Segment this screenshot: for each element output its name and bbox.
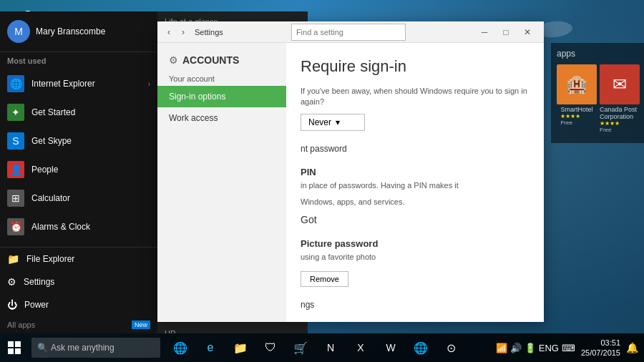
start-bottom: 📁 File Explorer ⚙ Settings ⏻ Power All a… xyxy=(0,247,157,333)
sidebar-item-ie[interactable]: 🌐 Internet Explorer › xyxy=(0,69,157,98)
chevron-down-icon: ▾ xyxy=(336,117,340,127)
settings-content: Require sign-in If you've been away, whe… xyxy=(286,43,544,322)
maximize-button[interactable]: □ xyxy=(495,22,517,42)
taskbar-folder[interactable]: 📁 xyxy=(226,333,255,362)
accounts-icon: ⚙ xyxy=(169,54,178,66)
settings-sidebar: ⚙ ACCOUNTS Your account Sign-in options … xyxy=(157,43,286,322)
taskbar-shield[interactable]: 🛡 xyxy=(256,333,285,362)
date-display: 25/07/2015 xyxy=(581,348,620,358)
file-explorer-label: File Explorer xyxy=(26,254,74,264)
minimize-button[interactable]: ─ xyxy=(474,22,495,42)
back-button[interactable]: ‹ xyxy=(163,26,175,38)
keyboard-icon: ⌨ xyxy=(562,343,575,353)
start-user: M Mary Branscombe xyxy=(0,11,157,52)
pin-heading: PIN xyxy=(301,167,530,177)
taskbar-search[interactable]: 🔍 Ask me anything xyxy=(31,338,160,358)
all-apps-label: All apps xyxy=(7,321,35,329)
taskbar-time: 03:51 25/07/2015 xyxy=(581,338,620,358)
picture-password-section: Picture password using a favorite photo … xyxy=(301,238,530,287)
get-started-label: Get Started xyxy=(31,107,75,117)
sidebar-item-alarms[interactable]: ⏰ Alarms & Clock xyxy=(0,212,157,241)
forward-button[interactable]: › xyxy=(177,26,189,38)
ie-icon: 🌐 xyxy=(7,75,24,92)
file-explorer-icon: 📁 xyxy=(7,253,19,265)
require-signin-dropdown[interactable]: Never ▾ xyxy=(301,114,365,131)
apps-panel-title: apps xyxy=(557,49,638,59)
taskbar-excel[interactable]: X xyxy=(346,333,375,362)
sys-icons: 📶 🔊 🔋 ENG ⌨ xyxy=(496,343,575,353)
volume-icon: 🔊 xyxy=(510,343,522,353)
sidebar-item-get-started[interactable]: ✦ Get Started xyxy=(0,98,157,127)
canada-post-info: Canada Post Corporation ★★★★ Free xyxy=(600,106,640,133)
windows-icon xyxy=(8,341,21,354)
picture-password-heading: Picture password xyxy=(301,238,530,249)
hp-section-label: HP xyxy=(163,329,302,333)
taskbar-onenote[interactable]: N xyxy=(316,333,345,362)
nav-buttons: ‹ › xyxy=(163,26,189,38)
calculator-icon: ⊞ xyxy=(7,190,24,207)
settings-window: ‹ › Settings ─ □ ✕ ⚙ ACCOUNTS xyxy=(157,21,544,322)
start-left-panel: M Mary Branscombe Most used 🌐 Internet E… xyxy=(0,11,157,333)
picture-desc: using a favorite photo xyxy=(301,252,530,263)
apps-panel: apps 🏨 SmartHotel ★★★★ Free ✉ Canada Pos… xyxy=(551,43,644,143)
sidebar-item-skype[interactable]: S Get Skype xyxy=(0,127,157,155)
settings-search[interactable] xyxy=(291,24,406,41)
time-display: 03:51 xyxy=(581,338,620,348)
people-icon: 👤 xyxy=(7,161,24,178)
got-label: Got xyxy=(301,214,317,225)
password-section: nt password xyxy=(301,144,530,154)
require-signin-desc: If you've been away, when should Windows… xyxy=(301,86,530,108)
canada-post-app[interactable]: ✉ Canada Post Corporation ★★★★ Free xyxy=(600,64,640,133)
password-label: nt password xyxy=(301,144,530,154)
search-placeholder: Ask me anything xyxy=(51,343,114,353)
content-title: Require sign-in xyxy=(301,57,530,76)
people-label: People xyxy=(31,165,58,175)
taskbar-edge[interactable]: e xyxy=(196,333,225,362)
desktop: 🗑 Recycle Bin apps 🏨 SmartHotel ★★★★ Fre… xyxy=(0,0,644,362)
settings-label: Settings xyxy=(24,277,54,287)
network-icon: 📶 xyxy=(496,343,507,353)
power-label: Power xyxy=(24,300,49,310)
search-icon: 🔍 xyxy=(37,343,48,353)
username: Mary Branscombe xyxy=(36,26,105,36)
taskbar-ie2[interactable]: 🌐 xyxy=(406,333,435,362)
sidebar-item-work-access[interactable]: Work access xyxy=(157,107,286,129)
skype-label: Get Skype xyxy=(31,136,72,146)
titlebar: ‹ › Settings ─ □ ✕ xyxy=(157,21,544,43)
smarthotel-icon: 🏨 xyxy=(557,64,597,104)
pin-buttons: Got xyxy=(301,214,530,225)
your-account-label: Your account xyxy=(157,72,286,86)
power-icon: ⏻ xyxy=(7,299,17,310)
sidebar-item-people[interactable]: 👤 People xyxy=(0,155,157,184)
sidebar-item-file-explorer[interactable]: 📁 File Explorer xyxy=(0,248,157,270)
all-apps-link[interactable]: All apps New xyxy=(0,316,157,333)
remove-button[interactable]: Remove xyxy=(301,271,348,287)
other-section: ngs xyxy=(301,300,530,310)
taskbar-right: 📶 🔊 🔋 ENG ⌨ 03:51 25/07/2015 🔔 xyxy=(496,338,644,358)
calculator-label: Calculator xyxy=(31,193,70,203)
canada-post-icon: ✉ xyxy=(600,64,640,104)
taskbar-word[interactable]: W xyxy=(376,333,405,362)
taskbar-ie[interactable]: 🌐 xyxy=(166,333,195,362)
pin-section: PIN in place of passwords. Having a PIN … xyxy=(301,167,530,225)
taskbar-icons: 🌐 e 📁 🛡 🛒 N X W 🌐 ⊙ xyxy=(166,333,465,362)
sidebar-item-power[interactable]: ⏻ Power xyxy=(0,293,157,316)
taskbar-store[interactable]: 🛒 xyxy=(286,333,315,362)
skype-icon: S xyxy=(7,132,24,150)
alarms-icon: ⏰ xyxy=(7,218,24,235)
smarthotel-app[interactable]: 🏨 SmartHotel ★★★★ Free xyxy=(557,64,597,133)
sidebar-item-settings[interactable]: ⚙ Settings xyxy=(0,270,157,293)
other-label: ngs xyxy=(301,300,530,310)
most-used-label: Most used xyxy=(0,52,157,69)
sidebar-item-sign-in-options[interactable]: Sign-in options xyxy=(157,86,286,107)
pin-desc2: Windows, apps, and services. xyxy=(301,197,530,207)
start-button[interactable] xyxy=(0,333,29,362)
sidebar-item-calculator[interactable]: ⊞ Calculator xyxy=(0,184,157,212)
sidebar-header: ⚙ ACCOUNTS xyxy=(157,49,286,72)
settings-icon: ⚙ xyxy=(7,276,16,288)
close-button[interactable]: ✕ xyxy=(517,22,538,42)
get-started-icon: ✦ xyxy=(7,104,24,121)
notifications-icon[interactable]: 🔔 xyxy=(626,342,638,353)
taskbar-chrome[interactable]: ⊙ xyxy=(436,333,465,362)
hp-section: HP 🗺 Maps X Excel 2013 N OneNote 2013 xyxy=(163,329,302,333)
